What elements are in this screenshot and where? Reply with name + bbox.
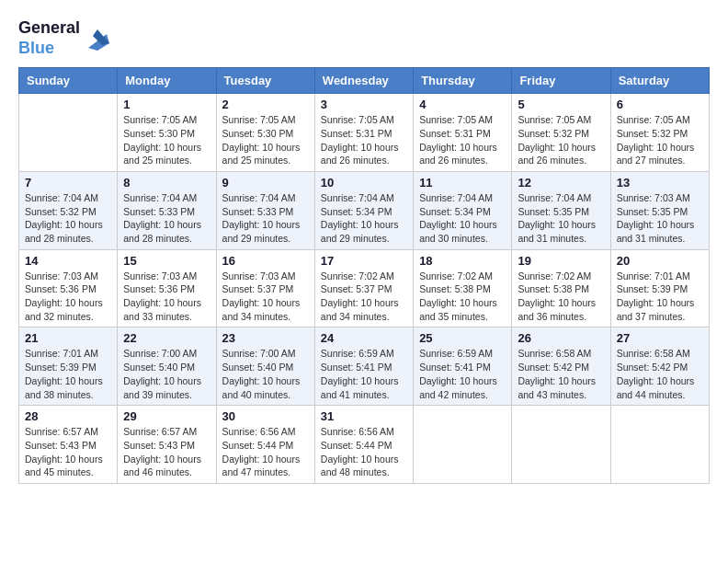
calendar-cell: 15Sunrise: 7:03 AM Sunset: 5:36 PM Dayli… — [118, 249, 216, 327]
day-info: Sunrise: 7:04 AM Sunset: 5:35 PM Dayligh… — [518, 191, 604, 246]
day-number: 29 — [123, 409, 210, 423]
calendar-cell: 4Sunrise: 7:05 AM Sunset: 5:31 PM Daylig… — [414, 94, 512, 172]
day-number: 10 — [321, 176, 407, 190]
day-number: 5 — [518, 98, 604, 111]
day-number: 21 — [25, 331, 111, 345]
calendar-cell: 20Sunrise: 7:01 AM Sunset: 5:39 PM Dayli… — [610, 249, 709, 327]
day-info: Sunrise: 7:05 AM Sunset: 5:30 PM Dayligh… — [222, 113, 309, 167]
day-number: 23 — [222, 331, 309, 345]
calendar-header-monday: Monday — [118, 68, 216, 94]
calendar-cell: 1Sunrise: 7:05 AM Sunset: 5:30 PM Daylig… — [118, 94, 216, 172]
calendar-table: SundayMondayTuesdayWednesdayThursdayFrid… — [18, 67, 710, 484]
calendar-header-wednesday: Wednesday — [314, 68, 413, 94]
calendar-week-row: 7Sunrise: 7:04 AM Sunset: 5:32 PM Daylig… — [19, 171, 710, 249]
calendar-cell: 8Sunrise: 7:04 AM Sunset: 5:33 PM Daylig… — [118, 171, 216, 249]
day-number: 18 — [419, 254, 506, 268]
day-number: 2 — [222, 98, 309, 111]
calendar-week-row: 14Sunrise: 7:03 AM Sunset: 5:36 PM Dayli… — [19, 249, 710, 327]
calendar-header-sunday: Sunday — [19, 68, 118, 94]
calendar-cell: 29Sunrise: 6:57 AM Sunset: 5:43 PM Dayli… — [118, 406, 216, 484]
day-info: Sunrise: 7:04 AM Sunset: 5:34 PM Dayligh… — [321, 191, 407, 246]
page-header: General Blue — [18, 18, 710, 58]
day-number: 13 — [617, 176, 703, 190]
day-number: 25 — [419, 331, 506, 345]
day-info: Sunrise: 7:03 AM Sunset: 5:36 PM Dayligh… — [25, 270, 111, 324]
logo-blue: Blue — [18, 39, 80, 59]
calendar-cell — [19, 94, 118, 172]
day-info: Sunrise: 7:02 AM Sunset: 5:38 PM Dayligh… — [419, 270, 506, 324]
calendar-cell: 12Sunrise: 7:04 AM Sunset: 5:35 PM Dayli… — [512, 171, 610, 249]
calendar-cell: 21Sunrise: 7:01 AM Sunset: 5:39 PM Dayli… — [19, 327, 118, 406]
calendar-cell: 31Sunrise: 6:56 AM Sunset: 5:44 PM Dayli… — [314, 406, 413, 484]
day-number: 4 — [419, 98, 506, 111]
day-number: 17 — [321, 254, 407, 268]
calendar-cell: 26Sunrise: 6:58 AM Sunset: 5:42 PM Dayli… — [512, 327, 610, 406]
calendar-cell: 18Sunrise: 7:02 AM Sunset: 5:38 PM Dayli… — [414, 249, 512, 327]
calendar-cell: 24Sunrise: 6:59 AM Sunset: 5:41 PM Dayli… — [314, 327, 413, 406]
logo-general: General — [18, 18, 80, 39]
calendar-week-row: 21Sunrise: 7:01 AM Sunset: 5:39 PM Dayli… — [19, 327, 710, 406]
day-number: 31 — [321, 409, 407, 423]
calendar-week-row: 28Sunrise: 6:57 AM Sunset: 5:43 PM Dayli… — [19, 406, 710, 484]
day-number: 24 — [321, 331, 407, 345]
calendar-cell: 27Sunrise: 6:58 AM Sunset: 5:42 PM Dayli… — [610, 327, 709, 406]
calendar-header-saturday: Saturday — [610, 68, 709, 94]
day-number: 1 — [123, 98, 210, 111]
calendar-cell — [610, 406, 709, 484]
calendar-week-row: 1Sunrise: 7:05 AM Sunset: 5:30 PM Daylig… — [19, 94, 710, 172]
day-number: 16 — [222, 254, 309, 268]
calendar-cell: 25Sunrise: 6:59 AM Sunset: 5:41 PM Dayli… — [414, 327, 512, 406]
logo-icon — [84, 25, 111, 52]
day-number: 22 — [123, 331, 210, 345]
day-info: Sunrise: 6:59 AM Sunset: 5:41 PM Dayligh… — [321, 347, 407, 401]
calendar-cell: 7Sunrise: 7:04 AM Sunset: 5:32 PM Daylig… — [19, 171, 118, 249]
day-number: 15 — [123, 254, 210, 268]
day-number: 11 — [419, 176, 506, 190]
calendar-cell: 28Sunrise: 6:57 AM Sunset: 5:43 PM Dayli… — [19, 406, 118, 484]
day-info: Sunrise: 6:58 AM Sunset: 5:42 PM Dayligh… — [617, 347, 703, 401]
day-number: 20 — [617, 254, 703, 268]
day-number: 12 — [518, 176, 604, 190]
day-number: 19 — [518, 254, 604, 268]
day-number: 14 — [25, 254, 111, 268]
calendar-header-row: SundayMondayTuesdayWednesdayThursdayFrid… — [19, 68, 710, 94]
calendar-cell: 3Sunrise: 7:05 AM Sunset: 5:31 PM Daylig… — [314, 94, 413, 172]
day-info: Sunrise: 7:04 AM Sunset: 5:33 PM Dayligh… — [222, 191, 309, 246]
day-number: 9 — [222, 176, 309, 190]
day-number: 26 — [518, 331, 604, 345]
day-info: Sunrise: 7:01 AM Sunset: 5:39 PM Dayligh… — [617, 270, 703, 324]
day-info: Sunrise: 7:05 AM Sunset: 5:30 PM Dayligh… — [123, 113, 210, 167]
day-info: Sunrise: 6:58 AM Sunset: 5:42 PM Dayligh… — [518, 347, 604, 401]
day-info: Sunrise: 6:56 AM Sunset: 5:44 PM Dayligh… — [321, 425, 407, 479]
calendar-header-friday: Friday — [512, 68, 610, 94]
calendar-cell: 17Sunrise: 7:02 AM Sunset: 5:37 PM Dayli… — [314, 249, 413, 327]
day-number: 28 — [25, 409, 111, 423]
calendar-cell: 5Sunrise: 7:05 AM Sunset: 5:32 PM Daylig… — [512, 94, 610, 172]
day-info: Sunrise: 7:04 AM Sunset: 5:33 PM Dayligh… — [123, 191, 210, 246]
day-info: Sunrise: 7:05 AM Sunset: 5:32 PM Dayligh… — [518, 113, 604, 167]
calendar-cell: 30Sunrise: 6:56 AM Sunset: 5:44 PM Dayli… — [216, 406, 314, 484]
day-info: Sunrise: 7:05 AM Sunset: 5:32 PM Dayligh… — [617, 113, 703, 167]
day-info: Sunrise: 7:00 AM Sunset: 5:40 PM Dayligh… — [123, 347, 210, 401]
logo: General Blue — [18, 18, 111, 58]
day-info: Sunrise: 6:59 AM Sunset: 5:41 PM Dayligh… — [419, 347, 506, 401]
calendar-cell: 9Sunrise: 7:04 AM Sunset: 5:33 PM Daylig… — [216, 171, 314, 249]
day-info: Sunrise: 7:03 AM Sunset: 5:35 PM Dayligh… — [617, 191, 703, 246]
day-number: 27 — [617, 331, 703, 345]
calendar-cell: 2Sunrise: 7:05 AM Sunset: 5:30 PM Daylig… — [216, 94, 314, 172]
day-info: Sunrise: 7:05 AM Sunset: 5:31 PM Dayligh… — [419, 113, 506, 167]
calendar-cell: 14Sunrise: 7:03 AM Sunset: 5:36 PM Dayli… — [19, 249, 118, 327]
day-number: 8 — [123, 176, 210, 190]
day-info: Sunrise: 6:56 AM Sunset: 5:44 PM Dayligh… — [222, 425, 309, 479]
day-info: Sunrise: 7:00 AM Sunset: 5:40 PM Dayligh… — [222, 347, 309, 401]
day-info: Sunrise: 6:57 AM Sunset: 5:43 PM Dayligh… — [25, 425, 111, 479]
day-info: Sunrise: 7:02 AM Sunset: 5:38 PM Dayligh… — [518, 270, 604, 324]
day-info: Sunrise: 7:03 AM Sunset: 5:36 PM Dayligh… — [123, 270, 210, 324]
calendar-cell: 23Sunrise: 7:00 AM Sunset: 5:40 PM Dayli… — [216, 327, 314, 406]
day-number: 30 — [222, 409, 309, 423]
calendar-cell — [512, 406, 610, 484]
calendar-cell: 6Sunrise: 7:05 AM Sunset: 5:32 PM Daylig… — [610, 94, 709, 172]
day-info: Sunrise: 7:01 AM Sunset: 5:39 PM Dayligh… — [25, 347, 111, 401]
calendar-cell: 10Sunrise: 7:04 AM Sunset: 5:34 PM Dayli… — [314, 171, 413, 249]
calendar-cell: 16Sunrise: 7:03 AM Sunset: 5:37 PM Dayli… — [216, 249, 314, 327]
